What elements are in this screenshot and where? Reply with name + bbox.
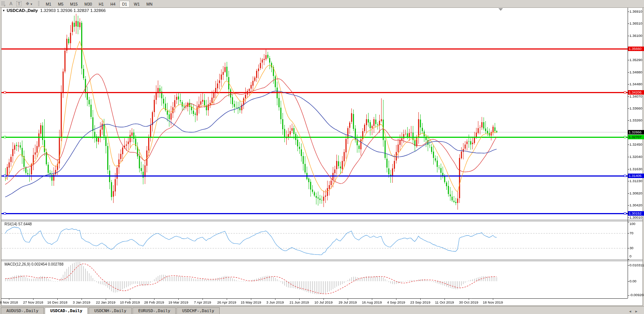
timeframe-button-mn[interactable]: MN bbox=[144, 1, 155, 7]
timeframe-button-m30[interactable]: M30 bbox=[82, 1, 95, 7]
rsi-label: RSI(14) 57.6448 bbox=[4, 222, 32, 226]
top-toolbar: F A T ❖▼ M1M5M15M30H1H4D1W1MN bbox=[0, 0, 644, 8]
close-value: 1.32866 bbox=[90, 8, 106, 13]
tab-scroll-arrows[interactable]: ◄► bbox=[628, 310, 641, 313]
macd-label: MACD(12,26,9) 0.002454 0.002788 bbox=[4, 262, 63, 266]
templates-grid-icon: F bbox=[4, 4, 6, 7]
price-chart-canvas[interactable] bbox=[0, 0, 644, 314]
text-a-icon[interactable]: A bbox=[7, 1, 15, 7]
timeframe-button-m5[interactable]: M5 bbox=[55, 1, 66, 7]
cursor-tool-icon[interactable]: ❖▼ bbox=[23, 1, 35, 7]
chevron-down-icon: ▼ bbox=[30, 3, 33, 6]
timeframe-button-w1[interactable]: W1 bbox=[131, 1, 142, 7]
scroll-left-icon: ◄ bbox=[628, 310, 635, 313]
timeframe-button-d1[interactable]: D1 bbox=[119, 1, 130, 7]
symbol-tab-usdcad[interactable]: USDCAD-,Daily bbox=[45, 307, 88, 314]
terminal-window: F A T ❖▼ M1M5M15M30H1H4D1W1MN ▼USDCAD-,D… bbox=[0, 0, 644, 314]
toolbar-grip[interactable] bbox=[38, 1, 39, 6]
toolbar-grip[interactable]: F bbox=[1, 1, 5, 6]
timeframe-button-m15[interactable]: M15 bbox=[67, 1, 80, 7]
chart-header: ▼USDCAD-,Daily 1.32903 1.32936 1.32837 1… bbox=[2, 8, 106, 13]
timeframe-button-h4[interactable]: H4 bbox=[108, 1, 118, 7]
timeframe-button-group: M1M5M15M30H1H4D1W1MN bbox=[42, 0, 156, 7]
low-value: 1.32837 bbox=[74, 8, 89, 13]
symbol-dropdown-icon[interactable]: ▼ bbox=[2, 9, 5, 12]
symbol-label: USDCAD-,Daily bbox=[7, 8, 38, 13]
timeframe-button-h1[interactable]: H1 bbox=[96, 1, 106, 7]
symbol-tab-audusd[interactable]: AUDUSD-,Daily bbox=[1, 307, 44, 314]
timeframe-button-m1[interactable]: M1 bbox=[43, 1, 54, 7]
text-t-icon[interactable]: T bbox=[16, 1, 22, 6]
symbol-tab-eurusd[interactable]: EURUSD-,Daily bbox=[133, 307, 176, 314]
high-value: 1.32936 bbox=[57, 8, 73, 13]
symbol-tab-bar: AUDUSD-,DailyUSDCAD-,DailyUSDCNH-,DailyE… bbox=[0, 306, 644, 314]
symbol-tab-usdcnh[interactable]: USDCNH-,Daily bbox=[89, 307, 132, 314]
scroll-right-icon: ► bbox=[635, 310, 641, 313]
open-value: 1.32903 bbox=[40, 8, 56, 13]
symbol-tab-usdchf[interactable]: USDCHF-,Daily bbox=[176, 307, 220, 314]
